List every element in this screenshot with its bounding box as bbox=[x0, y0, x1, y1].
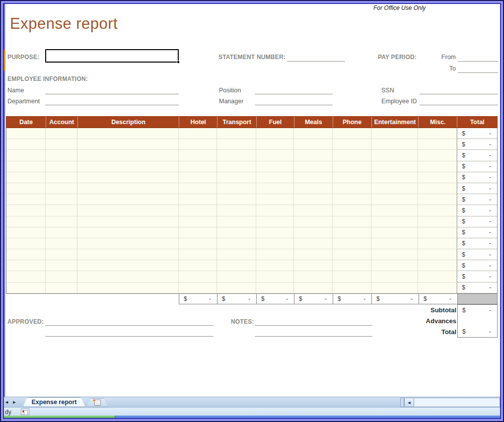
cell-total-row10[interactable]: $- bbox=[457, 227, 497, 238]
cell-entertainment-row7[interactable] bbox=[371, 194, 419, 205]
cell-meals-row7[interactable] bbox=[294, 194, 333, 205]
position-field[interactable] bbox=[255, 86, 333, 94]
cell-transport-row12[interactable] bbox=[217, 249, 256, 260]
cell-meals-row15[interactable] bbox=[294, 282, 333, 293]
statement-number-field[interactable] bbox=[287, 54, 345, 62]
sheet-tab-expense-report[interactable]: Expense report bbox=[23, 397, 85, 407]
cell-misc-row5[interactable] bbox=[418, 172, 457, 183]
cell-transport-row13[interactable] bbox=[217, 260, 256, 271]
cell-phone-row9[interactable] bbox=[333, 216, 371, 227]
cell-phone-row15[interactable] bbox=[333, 282, 371, 293]
cell-phone-row10[interactable] bbox=[333, 227, 371, 238]
cell-total-row2[interactable]: $- bbox=[457, 139, 497, 150]
cell-phone-row12[interactable] bbox=[333, 249, 371, 260]
advances-value-cell[interactable] bbox=[457, 315, 498, 327]
column-header-phone[interactable]: Phone bbox=[333, 117, 371, 128]
cell-meals-row1[interactable] bbox=[294, 128, 333, 139]
cell-total-row8[interactable]: $- bbox=[457, 205, 497, 216]
cell-total-row6[interactable]: $- bbox=[457, 183, 497, 194]
cell-entertainment-row4[interactable] bbox=[371, 161, 419, 172]
cell-fuel-row10[interactable] bbox=[256, 227, 294, 238]
sum-cell-misc[interactable]: $- bbox=[419, 293, 457, 304]
column-header-misc[interactable]: Misc. bbox=[418, 117, 457, 128]
cell-misc-row6[interactable] bbox=[418, 183, 457, 194]
cell-total-row7[interactable]: $- bbox=[457, 194, 497, 205]
scroll-left-button[interactable]: ◄ bbox=[404, 398, 414, 407]
column-header-total[interactable]: Total bbox=[457, 117, 497, 128]
cell-meals-row5[interactable] bbox=[294, 172, 333, 183]
cell-misc-row11[interactable] bbox=[418, 238, 457, 249]
cell-fuel-row14[interactable] bbox=[256, 271, 294, 282]
cell-date-row5[interactable] bbox=[6, 172, 46, 183]
cell-hotel-row4[interactable] bbox=[179, 161, 217, 172]
cell-meals-row14[interactable] bbox=[294, 271, 333, 282]
cell-date-row4[interactable] bbox=[6, 161, 46, 172]
cell-description-row13[interactable] bbox=[77, 260, 179, 271]
cell-hotel-row8[interactable] bbox=[179, 205, 217, 216]
cell-entertainment-row6[interactable] bbox=[371, 183, 419, 194]
cell-meals-row4[interactable] bbox=[294, 161, 333, 172]
cell-description-row2[interactable] bbox=[77, 139, 179, 150]
cell-total-row4[interactable]: $- bbox=[457, 161, 497, 172]
cell-account-row9[interactable] bbox=[46, 216, 77, 227]
manager-field[interactable] bbox=[255, 97, 333, 105]
cell-description-row9[interactable] bbox=[77, 216, 179, 227]
cell-date-row13[interactable] bbox=[6, 260, 46, 271]
total-value-cell[interactable]: $- bbox=[457, 326, 498, 338]
cell-meals-row10[interactable] bbox=[294, 227, 333, 238]
cell-transport-row14[interactable] bbox=[217, 271, 256, 282]
cell-transport-row7[interactable] bbox=[217, 194, 256, 205]
cell-transport-row1[interactable] bbox=[217, 128, 256, 139]
column-header-account[interactable]: Account bbox=[46, 117, 77, 128]
cell-meals-row6[interactable] bbox=[294, 183, 333, 194]
cell-misc-row1[interactable] bbox=[418, 128, 457, 139]
cell-fuel-row7[interactable] bbox=[256, 194, 294, 205]
cell-entertainment-row3[interactable] bbox=[371, 150, 419, 161]
cell-phone-row3[interactable] bbox=[333, 150, 371, 161]
cell-entertainment-row12[interactable] bbox=[371, 249, 419, 260]
cell-meals-row9[interactable] bbox=[294, 216, 333, 227]
column-header-meals[interactable]: Meals bbox=[294, 117, 333, 128]
employee-id-field[interactable] bbox=[420, 97, 498, 105]
sum-cell-hotel[interactable]: $- bbox=[179, 293, 217, 304]
cell-transport-row5[interactable] bbox=[217, 172, 256, 183]
cell-description-row4[interactable] bbox=[77, 161, 179, 172]
cell-fuel-row4[interactable] bbox=[256, 161, 294, 172]
cell-hotel-row1[interactable] bbox=[179, 128, 217, 139]
to-field[interactable] bbox=[458, 65, 498, 73]
cell-misc-row12[interactable] bbox=[418, 249, 457, 260]
cell-total-row1[interactable]: $- bbox=[457, 128, 497, 139]
column-header-fuel[interactable]: Fuel bbox=[256, 117, 294, 128]
cell-account-row10[interactable] bbox=[46, 227, 77, 238]
cell-date-row11[interactable] bbox=[6, 238, 46, 249]
ssn-field[interactable] bbox=[420, 86, 498, 94]
cell-phone-row1[interactable] bbox=[333, 128, 371, 139]
cell-phone-row2[interactable] bbox=[333, 139, 371, 150]
cell-misc-row7[interactable] bbox=[418, 194, 457, 205]
sheet-nav-buttons[interactable]: ◄ ► ►| bbox=[4, 398, 22, 407]
cell-phone-row8[interactable] bbox=[333, 205, 371, 216]
column-header-entertainment[interactable]: Entertainment bbox=[371, 117, 419, 128]
sum-cell-fuel[interactable]: $- bbox=[256, 293, 294, 304]
notes-line-1[interactable] bbox=[255, 318, 372, 326]
cell-entertainment-row8[interactable] bbox=[371, 205, 419, 216]
macro-record-icon[interactable] bbox=[21, 409, 29, 415]
cell-description-row7[interactable] bbox=[77, 194, 179, 205]
sum-cell-transport[interactable]: $- bbox=[217, 293, 256, 304]
cell-fuel-row3[interactable] bbox=[256, 150, 294, 161]
cell-date-row10[interactable] bbox=[6, 227, 46, 238]
cell-hotel-row9[interactable] bbox=[179, 216, 217, 227]
subtotal-value-cell[interactable]: $- bbox=[457, 304, 498, 316]
cell-account-row2[interactable] bbox=[46, 139, 77, 150]
cell-date-row3[interactable] bbox=[6, 150, 46, 161]
cell-date-row12[interactable] bbox=[6, 249, 46, 260]
sum-cell-meals[interactable]: $- bbox=[294, 293, 333, 304]
cell-transport-row2[interactable] bbox=[217, 139, 256, 150]
cell-transport-row3[interactable] bbox=[217, 150, 256, 161]
approved-line-1[interactable] bbox=[45, 318, 214, 326]
cell-date-row9[interactable] bbox=[6, 216, 46, 227]
cell-entertainment-row11[interactable] bbox=[371, 238, 419, 249]
cell-entertainment-row1[interactable] bbox=[371, 128, 419, 139]
cell-meals-row13[interactable] bbox=[294, 260, 333, 271]
name-field[interactable] bbox=[45, 86, 179, 94]
